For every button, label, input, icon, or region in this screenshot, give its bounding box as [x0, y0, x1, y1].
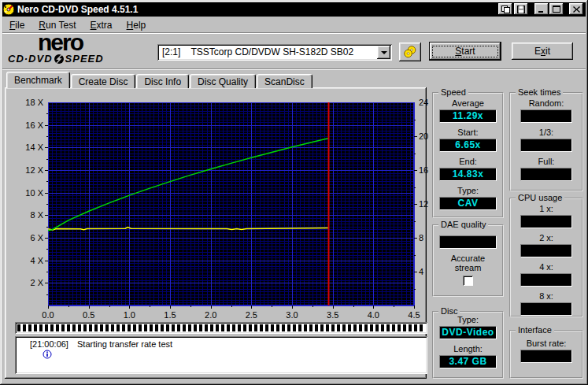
maximize-button[interactable] — [549, 3, 564, 15]
disc-panel-title: Disc — [438, 306, 460, 316]
app-window: Nero CD-DVD Speed 4.51.1 — [0, 0, 588, 385]
burst-rate-display — [520, 350, 572, 363]
svg-text:4.0: 4.0 — [368, 310, 379, 320]
svg-text:3.0: 3.0 — [286, 310, 298, 320]
svg-text:1.5: 1.5 — [164, 310, 176, 320]
log-box: [21:00:06] Starting transfer rate test [… — [15, 336, 427, 374]
start-speed-display: 6.65x — [439, 139, 497, 152]
eject-disc-button[interactable] — [399, 43, 421, 61]
dae-quality-display — [439, 235, 497, 249]
accurate-stream-checkbox[interactable] — [463, 276, 473, 286]
drive-select[interactable]: [2:1] TSSTcorp CD/DVDW SH-S182D SB02 — [157, 44, 392, 61]
menu-extra[interactable]: Extra — [83, 18, 120, 32]
tab-create-disc[interactable]: Create Disc — [71, 74, 136, 88]
log-line: [21:04:16] Speed:7-15 X CAV (11.29 X ave… — [18, 372, 424, 374]
svg-text:2.0: 2.0 — [205, 310, 216, 320]
capture-button[interactable] — [498, 3, 512, 15]
average-speed-display: 11.29x — [439, 109, 497, 123]
benchmark-chart: 2 X4 X6 X8 X10 X12 X14 X16 X18 X48121620… — [13, 91, 431, 321]
svg-text:12: 12 — [419, 199, 428, 209]
cpu-usage-panel: CPU usage 1 x: 2 x: 4 x: 8 x: — [509, 198, 583, 317]
interface-panel-title: Interface — [516, 325, 554, 335]
log-line: [21:00:06] Starting transfer rate test — [18, 339, 424, 372]
tab-disc-info[interactable]: Disc Info — [136, 74, 189, 88]
app-icon — [2, 3, 15, 16]
svg-text:6 X: 6 X — [30, 233, 43, 242]
seek-times-panel-title: Seek times — [516, 87, 563, 97]
dae-quality-panel: DAE quality Accurate stream — [432, 224, 504, 297]
dae-quality-panel-title: DAE quality — [438, 220, 488, 229]
drive-select-dropdown-button[interactable] — [377, 46, 390, 59]
start-button[interactable]: Start — [430, 43, 501, 60]
floppy-disk-icon — [517, 6, 525, 13]
tab-scandisc[interactable]: ScanDisc — [257, 74, 312, 88]
svg-text:8: 8 — [419, 233, 423, 242]
third-seek-display — [520, 139, 572, 152]
chevron-down-icon — [381, 51, 387, 54]
minimize-button[interactable] — [534, 3, 549, 15]
pages-icon — [501, 6, 510, 13]
speed-panel-title: Speed — [438, 87, 468, 97]
toolbar-separator — [2, 68, 586, 70]
progress-bar — [15, 322, 427, 334]
svg-text:16 X: 16 X — [25, 120, 43, 130]
exit-button[interactable]: Exit — [512, 43, 573, 60]
disc-type-display: DVD-Video — [439, 326, 497, 339]
random-seek-display — [520, 109, 572, 123]
menu-bar: File Run Test Extra Help — [2, 17, 586, 32]
cpu-8x-display — [520, 302, 572, 316]
cpu-4x-display — [520, 273, 572, 287]
logo-cddvd-text: CD·DVD — [8, 53, 53, 65]
svg-text:18 X: 18 X — [25, 98, 43, 107]
svg-text:1.0: 1.0 — [124, 310, 135, 320]
maximize-icon — [553, 6, 560, 13]
minimize-icon — [538, 6, 545, 13]
title-bar: Nero CD-DVD Speed 4.51.1 — [2, 2, 586, 17]
svg-text:20: 20 — [419, 131, 428, 141]
cpu-2x-display — [520, 244, 572, 257]
menu-help[interactable]: Help — [120, 18, 153, 32]
svg-text:2.5: 2.5 — [246, 310, 257, 320]
full-seek-display — [520, 168, 572, 181]
drive-select-value: [2:1] TSSTcorp CD/DVDW SH-S182D SB02 — [159, 46, 390, 59]
tab-strip: Benchmark Create Disc Disc Info Disc Qua… — [6, 72, 312, 88]
discs-icon — [403, 46, 417, 58]
disc-panel: Disc Type: DVD-Video Length: 3.47 GB — [432, 311, 504, 379]
benchmark-tab-panel: 2 X4 X6 X8 X10 X12 X14 X16 X18 X48121620… — [5, 87, 427, 379]
save-capture-button[interactable] — [514, 3, 528, 15]
svg-text:3.5: 3.5 — [327, 310, 338, 320]
progress-bar-fill — [17, 324, 425, 331]
svg-text:2 X: 2 X — [30, 278, 43, 287]
menu-file[interactable]: File — [2, 18, 31, 32]
speed-type-display: CAV — [439, 197, 497, 210]
logo-speed-text: SPEED — [65, 53, 104, 65]
speed-panel: Speed Average 11.29x Start: 6.65x End: 1… — [432, 92, 504, 218]
svg-text:4.5: 4.5 — [408, 310, 420, 320]
interface-panel: Interface Burst rate: — [509, 330, 583, 379]
svg-text:4: 4 — [419, 267, 423, 276]
logo-disc-icon — [54, 54, 65, 65]
disc-length-display: 3.47 GB — [439, 355, 497, 368]
cpu-usage-panel-title: CPU usage — [516, 193, 564, 202]
end-speed-display: 14.83x — [439, 168, 497, 181]
svg-text:14 X: 14 X — [25, 143, 43, 152]
svg-text:0.5: 0.5 — [83, 310, 94, 320]
svg-text:10 X: 10 X — [25, 188, 43, 198]
svg-text:12 X: 12 X — [25, 165, 43, 175]
svg-text:0.0: 0.0 — [42, 310, 54, 320]
svg-text:16: 16 — [419, 165, 428, 175]
tab-disc-quality[interactable]: Disc Quality — [190, 74, 256, 88]
nero-wordmark: nero — [38, 32, 150, 53]
svg-text:24: 24 — [419, 98, 428, 107]
window-title: Nero CD-DVD Speed 4.51.1 — [17, 4, 138, 15]
close-button[interactable] — [569, 3, 583, 15]
svg-text:8 X: 8 X — [30, 210, 43, 220]
tab-benchmark[interactable]: Benchmark — [6, 72, 70, 88]
svg-text:4 X: 4 X — [30, 256, 43, 265]
nero-logo: nero CD·DVD SPEED — [8, 32, 150, 65]
cpu-1x-display — [520, 215, 572, 228]
close-icon — [573, 6, 580, 13]
seek-times-panel: Seek times Random: 1/3: Full: — [509, 92, 583, 191]
